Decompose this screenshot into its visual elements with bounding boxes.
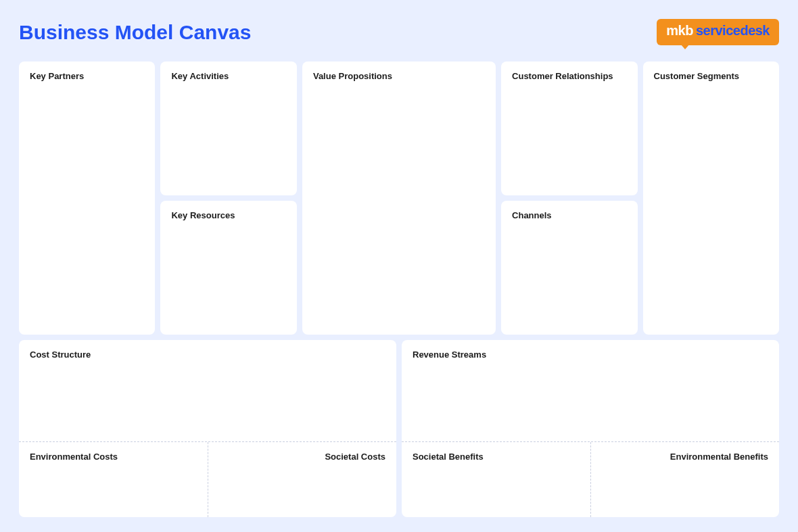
- revenues-subrow: Societal Benefits Environmental Benefits: [402, 442, 779, 517]
- block-societal-benefits[interactable]: Societal Benefits: [402, 442, 591, 517]
- block-label: Key Activities: [171, 71, 229, 81]
- block-costs: Cost Structure Environmental Costs Socie…: [19, 340, 396, 517]
- block-label: Channels: [512, 210, 552, 220]
- header: Business Model Canvas mkb servicedesk: [19, 19, 779, 45]
- block-label: Societal Benefits: [413, 452, 484, 462]
- block-label: Value Propositions: [313, 71, 392, 81]
- block-label: Cost Structure: [30, 349, 91, 360]
- block-label: Key Partners: [30, 71, 84, 81]
- block-customer-segments[interactable]: Customer Segments: [643, 62, 779, 335]
- block-revenue-streams[interactable]: Revenue Streams: [402, 340, 779, 442]
- costs-subrow: Environmental Costs Societal Costs: [19, 442, 396, 517]
- col-activities-resources: Key Activities Key Resources: [160, 62, 296, 335]
- logo-text-mkb: mkb: [666, 23, 693, 39]
- brand-logo: mkb servicedesk: [657, 19, 779, 45]
- block-cost-structure[interactable]: Cost Structure: [19, 340, 396, 442]
- block-channels[interactable]: Channels: [501, 201, 637, 335]
- block-key-resources[interactable]: Key Resources: [160, 201, 296, 335]
- block-value-propositions[interactable]: Value Propositions: [302, 62, 496, 335]
- block-label: Customer Segments: [654, 71, 739, 81]
- page-title: Business Model Canvas: [19, 21, 251, 44]
- block-label: Environmental Benefits: [670, 452, 768, 462]
- block-label: Key Resources: [171, 210, 235, 220]
- block-environmental-benefits[interactable]: Environmental Benefits: [591, 442, 780, 517]
- block-customer-relationships[interactable]: Customer Relationships: [501, 62, 637, 195]
- block-key-activities[interactable]: Key Activities: [160, 62, 296, 195]
- block-label: Societal Costs: [325, 452, 385, 462]
- block-key-partners[interactable]: Key Partners: [19, 62, 155, 335]
- canvas-row-bottom: Cost Structure Environmental Costs Socie…: [19, 340, 779, 517]
- logo-text-servicedesk: servicedesk: [696, 23, 770, 39]
- block-label: Revenue Streams: [413, 349, 486, 360]
- block-revenues: Revenue Streams Societal Benefits Enviro…: [402, 340, 779, 517]
- canvas: Key Partners Key Activities Key Resource…: [19, 62, 779, 517]
- canvas-row-top: Key Partners Key Activities Key Resource…: [19, 62, 779, 335]
- block-environmental-costs[interactable]: Environmental Costs: [19, 442, 208, 517]
- col-relationships-channels: Customer Relationships Channels: [501, 62, 637, 335]
- block-label: Environmental Costs: [30, 452, 118, 462]
- block-label: Customer Relationships: [512, 71, 613, 81]
- block-societal-costs[interactable]: Societal Costs: [208, 442, 397, 517]
